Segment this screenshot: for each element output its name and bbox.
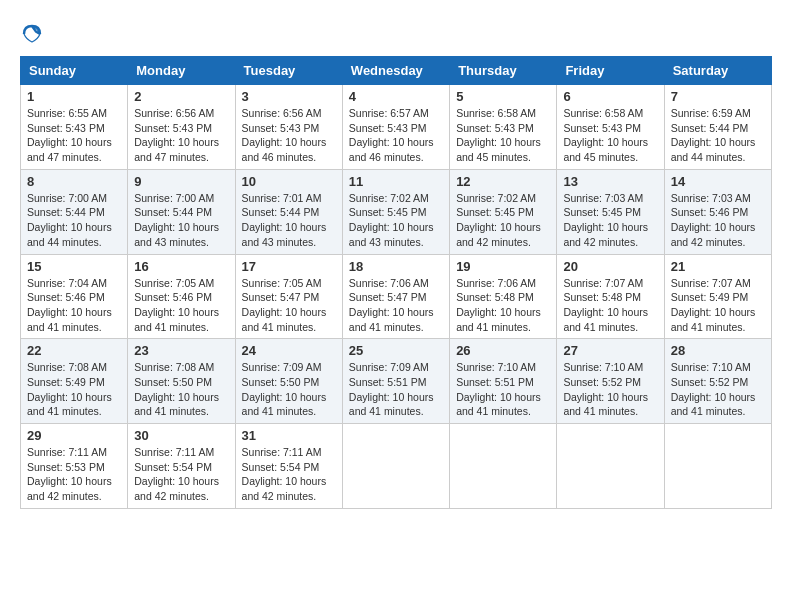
day-number: 28: [671, 343, 765, 358]
day-cell-8: 8Sunrise: 7:00 AMSunset: 5:44 PMDaylight…: [21, 169, 128, 254]
daylight-text: Daylight: 10 hours and 41 minutes.: [563, 306, 648, 333]
daylight-text: Daylight: 10 hours and 42 minutes.: [671, 221, 756, 248]
sunset-text: Sunset: 5:44 PM: [671, 122, 749, 134]
daylight-text: Daylight: 10 hours and 45 minutes.: [456, 136, 541, 163]
day-info: Sunrise: 7:06 AMSunset: 5:47 PMDaylight:…: [349, 276, 443, 335]
day-cell-23: 23Sunrise: 7:08 AMSunset: 5:50 PMDayligh…: [128, 339, 235, 424]
day-number: 21: [671, 259, 765, 274]
sunrise-text: Sunrise: 7:00 AM: [134, 192, 214, 204]
day-info: Sunrise: 7:10 AMSunset: 5:52 PMDaylight:…: [563, 360, 657, 419]
daylight-text: Daylight: 10 hours and 41 minutes.: [671, 391, 756, 418]
daylight-text: Daylight: 10 hours and 47 minutes.: [27, 136, 112, 163]
day-number: 20: [563, 259, 657, 274]
sunset-text: Sunset: 5:47 PM: [349, 291, 427, 303]
sunset-text: Sunset: 5:43 PM: [349, 122, 427, 134]
daylight-text: Daylight: 10 hours and 42 minutes.: [456, 221, 541, 248]
day-number: 27: [563, 343, 657, 358]
sunset-text: Sunset: 5:44 PM: [27, 206, 105, 218]
sunrise-text: Sunrise: 7:10 AM: [456, 361, 536, 373]
day-info: Sunrise: 6:58 AMSunset: 5:43 PMDaylight:…: [456, 106, 550, 165]
sunrise-text: Sunrise: 6:58 AM: [456, 107, 536, 119]
day-number: 30: [134, 428, 228, 443]
day-info: Sunrise: 7:11 AMSunset: 5:54 PMDaylight:…: [242, 445, 336, 504]
logo-icon: [20, 22, 44, 46]
day-info: Sunrise: 7:04 AMSunset: 5:46 PMDaylight:…: [27, 276, 121, 335]
sunrise-text: Sunrise: 7:00 AM: [27, 192, 107, 204]
daylight-text: Daylight: 10 hours and 45 minutes.: [563, 136, 648, 163]
day-headers-row: SundayMondayTuesdayWednesdayThursdayFrid…: [21, 57, 772, 85]
day-info: Sunrise: 7:01 AMSunset: 5:44 PMDaylight:…: [242, 191, 336, 250]
sunrise-text: Sunrise: 7:04 AM: [27, 277, 107, 289]
sunset-text: Sunset: 5:43 PM: [563, 122, 641, 134]
sunrise-text: Sunrise: 7:02 AM: [349, 192, 429, 204]
day-cell-13: 13Sunrise: 7:03 AMSunset: 5:45 PMDayligh…: [557, 169, 664, 254]
day-info: Sunrise: 7:11 AMSunset: 5:53 PMDaylight:…: [27, 445, 121, 504]
sunset-text: Sunset: 5:51 PM: [349, 376, 427, 388]
day-cell-9: 9Sunrise: 7:00 AMSunset: 5:44 PMDaylight…: [128, 169, 235, 254]
sunrise-text: Sunrise: 7:06 AM: [456, 277, 536, 289]
day-number: 24: [242, 343, 336, 358]
calendar-week-5: 29Sunrise: 7:11 AMSunset: 5:53 PMDayligh…: [21, 424, 772, 509]
daylight-text: Daylight: 10 hours and 44 minutes.: [671, 136, 756, 163]
day-cell-16: 16Sunrise: 7:05 AMSunset: 5:46 PMDayligh…: [128, 254, 235, 339]
day-info: Sunrise: 7:07 AMSunset: 5:48 PMDaylight:…: [563, 276, 657, 335]
day-cell-21: 21Sunrise: 7:07 AMSunset: 5:49 PMDayligh…: [664, 254, 771, 339]
calendar-body: 1Sunrise: 6:55 AMSunset: 5:43 PMDaylight…: [21, 85, 772, 509]
sunset-text: Sunset: 5:44 PM: [134, 206, 212, 218]
sunrise-text: Sunrise: 7:11 AM: [27, 446, 107, 458]
day-cell-15: 15Sunrise: 7:04 AMSunset: 5:46 PMDayligh…: [21, 254, 128, 339]
sunset-text: Sunset: 5:44 PM: [242, 206, 320, 218]
daylight-text: Daylight: 10 hours and 46 minutes.: [242, 136, 327, 163]
day-cell-11: 11Sunrise: 7:02 AMSunset: 5:45 PMDayligh…: [342, 169, 449, 254]
day-cell-7: 7Sunrise: 6:59 AMSunset: 5:44 PMDaylight…: [664, 85, 771, 170]
day-cell-2: 2Sunrise: 6:56 AMSunset: 5:43 PMDaylight…: [128, 85, 235, 170]
empty-cell: [664, 424, 771, 509]
sunset-text: Sunset: 5:43 PM: [242, 122, 320, 134]
daylight-text: Daylight: 10 hours and 41 minutes.: [671, 306, 756, 333]
daylight-text: Daylight: 10 hours and 47 minutes.: [134, 136, 219, 163]
day-cell-26: 26Sunrise: 7:10 AMSunset: 5:51 PMDayligh…: [450, 339, 557, 424]
sunrise-text: Sunrise: 7:11 AM: [134, 446, 214, 458]
day-cell-25: 25Sunrise: 7:09 AMSunset: 5:51 PMDayligh…: [342, 339, 449, 424]
sunrise-text: Sunrise: 7:08 AM: [27, 361, 107, 373]
day-cell-18: 18Sunrise: 7:06 AMSunset: 5:47 PMDayligh…: [342, 254, 449, 339]
sunset-text: Sunset: 5:46 PM: [134, 291, 212, 303]
calendar-week-2: 8Sunrise: 7:00 AMSunset: 5:44 PMDaylight…: [21, 169, 772, 254]
sunset-text: Sunset: 5:46 PM: [671, 206, 749, 218]
day-info: Sunrise: 6:58 AMSunset: 5:43 PMDaylight:…: [563, 106, 657, 165]
day-cell-22: 22Sunrise: 7:08 AMSunset: 5:49 PMDayligh…: [21, 339, 128, 424]
sunrise-text: Sunrise: 7:05 AM: [134, 277, 214, 289]
day-cell-12: 12Sunrise: 7:02 AMSunset: 5:45 PMDayligh…: [450, 169, 557, 254]
day-info: Sunrise: 7:10 AMSunset: 5:51 PMDaylight:…: [456, 360, 550, 419]
day-number: 8: [27, 174, 121, 189]
sunrise-text: Sunrise: 7:08 AM: [134, 361, 214, 373]
day-number: 4: [349, 89, 443, 104]
empty-cell: [450, 424, 557, 509]
daylight-text: Daylight: 10 hours and 43 minutes.: [349, 221, 434, 248]
day-cell-17: 17Sunrise: 7:05 AMSunset: 5:47 PMDayligh…: [235, 254, 342, 339]
day-header-wednesday: Wednesday: [342, 57, 449, 85]
day-cell-5: 5Sunrise: 6:58 AMSunset: 5:43 PMDaylight…: [450, 85, 557, 170]
day-header-saturday: Saturday: [664, 57, 771, 85]
day-number: 25: [349, 343, 443, 358]
day-info: Sunrise: 6:57 AMSunset: 5:43 PMDaylight:…: [349, 106, 443, 165]
day-number: 29: [27, 428, 121, 443]
daylight-text: Daylight: 10 hours and 43 minutes.: [242, 221, 327, 248]
day-number: 15: [27, 259, 121, 274]
sunrise-text: Sunrise: 7:07 AM: [671, 277, 751, 289]
day-info: Sunrise: 7:03 AMSunset: 5:45 PMDaylight:…: [563, 191, 657, 250]
sunrise-text: Sunrise: 7:09 AM: [242, 361, 322, 373]
sunrise-text: Sunrise: 6:55 AM: [27, 107, 107, 119]
day-number: 18: [349, 259, 443, 274]
day-cell-27: 27Sunrise: 7:10 AMSunset: 5:52 PMDayligh…: [557, 339, 664, 424]
sunrise-text: Sunrise: 7:05 AM: [242, 277, 322, 289]
daylight-text: Daylight: 10 hours and 42 minutes.: [563, 221, 648, 248]
day-info: Sunrise: 7:09 AMSunset: 5:50 PMDaylight:…: [242, 360, 336, 419]
day-cell-1: 1Sunrise: 6:55 AMSunset: 5:43 PMDaylight…: [21, 85, 128, 170]
daylight-text: Daylight: 10 hours and 41 minutes.: [456, 391, 541, 418]
daylight-text: Daylight: 10 hours and 41 minutes.: [349, 306, 434, 333]
sunrise-text: Sunrise: 6:58 AM: [563, 107, 643, 119]
day-header-monday: Monday: [128, 57, 235, 85]
day-number: 7: [671, 89, 765, 104]
calendar-header: SundayMondayTuesdayWednesdayThursdayFrid…: [21, 57, 772, 85]
